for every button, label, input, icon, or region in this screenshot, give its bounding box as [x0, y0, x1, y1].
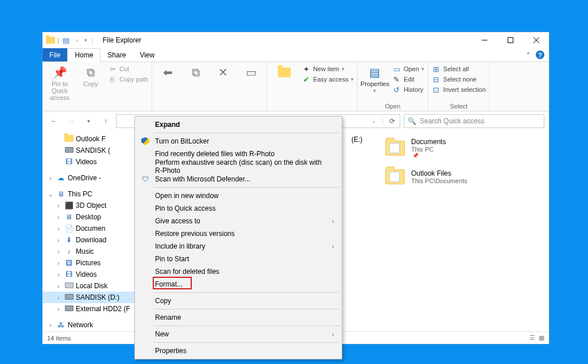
properties-button[interactable]: ▤ Properties ▾: [361, 63, 389, 94]
context-menu-item[interactable]: Include in library›: [137, 240, 340, 253]
tree-twisty-icon[interactable]: ›: [55, 159, 62, 165]
rename-icon: ▭: [244, 65, 258, 79]
context-menu-item[interactable]: Restore previous versions: [137, 227, 340, 240]
tree-item[interactable]: ›📄Documen: [42, 223, 150, 234]
details-view-icon[interactable]: ☰: [529, 334, 535, 342]
tree-item[interactable]: ›🖼Pictures: [42, 257, 150, 269]
tree-item[interactable]: ›🎞Videos: [42, 269, 150, 280]
context-menu-item[interactable]: Rename: [137, 311, 340, 324]
tree-twisty-icon[interactable]: ›: [47, 175, 54, 181]
move-to-button[interactable]: ⬅: [156, 63, 180, 79]
open-button[interactable]: ▭Open ▾: [392, 64, 424, 73]
context-menu-item[interactable]: Copy: [137, 295, 340, 307]
invert-selection-icon: ⊡: [432, 85, 441, 94]
back-button[interactable]: ←: [47, 114, 61, 128]
select-none-button[interactable]: ⊟Select none: [432, 75, 486, 84]
tree-twisty-icon[interactable]: ›: [55, 260, 62, 266]
tree-twisty-icon[interactable]: ›: [55, 136, 62, 142]
context-menu-item[interactable]: New›: [137, 328, 340, 340]
minimize-button[interactable]: [471, 32, 497, 48]
rename-button[interactable]: ▭: [239, 63, 263, 79]
recent-locations-button[interactable]: ▾: [82, 114, 95, 128]
tree-node-icon: ♪: [64, 247, 74, 255]
tree-twisty-icon[interactable]: ›: [55, 214, 62, 220]
tree-item[interactable]: ›☁OneDrive -: [42, 172, 150, 184]
move-icon: ⬅: [161, 65, 175, 79]
history-button[interactable]: ↺History: [392, 85, 424, 94]
ribbon-group-label-select: Select: [432, 103, 486, 111]
new-folder-qat-icon[interactable]: ▫: [73, 36, 82, 45]
file-item[interactable]: Outlook FilesThis PC\Documents: [385, 164, 467, 189]
tree-twisty-icon[interactable]: ›: [55, 272, 62, 278]
maximize-button[interactable]: [497, 32, 523, 48]
tree-twisty-icon[interactable]: ›: [55, 237, 62, 243]
tree-twisty-icon[interactable]: ›: [55, 249, 62, 255]
file-item[interactable]: DocumentsThis PC📌: [385, 135, 467, 161]
tree-item[interactable]: ›⬇Download: [42, 234, 150, 246]
tree-item[interactable]: ›♪Music: [42, 246, 150, 257]
tree-twisty-icon[interactable]: ›: [47, 322, 54, 328]
tree-item[interactable]: ›SANDISK (: [42, 145, 150, 156]
easy-access-button[interactable]: ✔Easy access ▾: [301, 75, 354, 84]
context-menu-item[interactable]: Turn on BitLocker: [137, 135, 340, 148]
collapse-ribbon-icon[interactable]: ⌃: [525, 51, 531, 59]
tree-item[interactable]: ›⬛3D Object: [42, 200, 150, 211]
ribbon-group-open: ▤ Properties ▾ ▭Open ▾ ✎Edit ↺History Op…: [358, 62, 428, 111]
tree-item[interactable]: ⌄🖥This PC: [42, 188, 150, 200]
tab-share[interactable]: Share: [100, 48, 133, 61]
tree-twisty-icon[interactable]: ›: [55, 148, 62, 154]
copy-button[interactable]: ⧉ Copy: [77, 63, 105, 87]
up-button[interactable]: ↑: [99, 114, 113, 128]
refresh-icon[interactable]: ⟳: [389, 117, 395, 125]
context-menu-item[interactable]: Pin to Start: [137, 253, 340, 265]
tree-twisty-icon[interactable]: ›: [55, 295, 62, 301]
pin-to-quick-access-button[interactable]: 📌 Pin to Quick access: [46, 63, 74, 101]
tree-item[interactable]: ›External HDD2 (F: [42, 303, 150, 315]
tab-file[interactable]: File: [42, 48, 67, 61]
tab-view[interactable]: View: [133, 48, 161, 61]
tree-twisty-icon[interactable]: ⌄: [47, 191, 54, 198]
copy-to-button[interactable]: ⧉: [183, 63, 207, 79]
select-all-button[interactable]: ⊞Select all: [432, 64, 486, 73]
pin-icon: 📌: [53, 65, 67, 79]
context-menu-item[interactable]: Give access to›: [137, 215, 340, 227]
tree-twisty-icon[interactable]: ›: [55, 203, 62, 209]
tree-item[interactable]: ›Local Disk: [42, 280, 150, 292]
context-menu-item[interactable]: Open in new window: [137, 189, 340, 202]
new-item-button[interactable]: ✦New item ▾: [301, 64, 354, 73]
new-folder-button[interactable]: [270, 63, 298, 79]
edit-button[interactable]: ✎Edit: [392, 75, 424, 84]
tree-item[interactable]: ›🖧Network: [42, 319, 150, 331]
ribbon-tabs: File Home Share View ⌃ ?: [42, 48, 549, 62]
forward-button[interactable]: →: [64, 114, 78, 128]
cut-button[interactable]: ✂Cut: [108, 64, 148, 73]
search-box[interactable]: 🔍 Search Quick access: [404, 114, 544, 128]
tree-item[interactable]: ›SANDISK (D:): [42, 292, 150, 303]
copy-to-icon: ⧉: [189, 65, 203, 79]
tree-item[interactable]: ›Outlook F: [42, 133, 150, 145]
address-dropdown-icon[interactable]: ⌄: [372, 118, 376, 124]
tree-twisty-icon[interactable]: ›: [55, 306, 62, 312]
large-icons-view-icon[interactable]: ▦: [539, 334, 544, 342]
tree-twisty-icon[interactable]: ›: [55, 283, 62, 289]
close-button[interactable]: [523, 32, 549, 48]
context-menu-item[interactable]: Scan for deleted files: [137, 265, 340, 278]
context-menu-item[interactable]: Expand: [137, 118, 340, 131]
tree-item[interactable]: ›🖥Desktop: [42, 211, 150, 223]
tree-item[interactable]: ›🎞Videos: [42, 156, 150, 168]
context-menu-item[interactable]: Pin to Quick access: [137, 202, 340, 215]
tree-item-label: Videos: [76, 270, 96, 278]
context-menu-item[interactable]: Perform exhaustive search (disc scan) on…: [137, 160, 340, 173]
invert-selection-button[interactable]: ⊡Invert selection: [432, 85, 486, 94]
copy-path-button[interactable]: ⎘Copy path: [108, 75, 148, 84]
context-menu-item[interactable]: Properties: [137, 344, 340, 357]
context-menu-item[interactable]: 🛡Scan with Microsoft Defender...: [137, 173, 340, 185]
help-icon[interactable]: ?: [536, 51, 544, 59]
context-menu-item[interactable]: Format...: [137, 278, 340, 291]
qat-dropdown-icon[interactable]: ▾: [84, 37, 87, 43]
tree-twisty-icon[interactable]: ›: [55, 226, 62, 232]
tab-home[interactable]: Home: [67, 48, 100, 62]
delete-button[interactable]: ✕: [211, 63, 235, 79]
properties-qat-icon[interactable]: ▤: [61, 36, 71, 45]
item-count: 14 items: [47, 335, 71, 342]
